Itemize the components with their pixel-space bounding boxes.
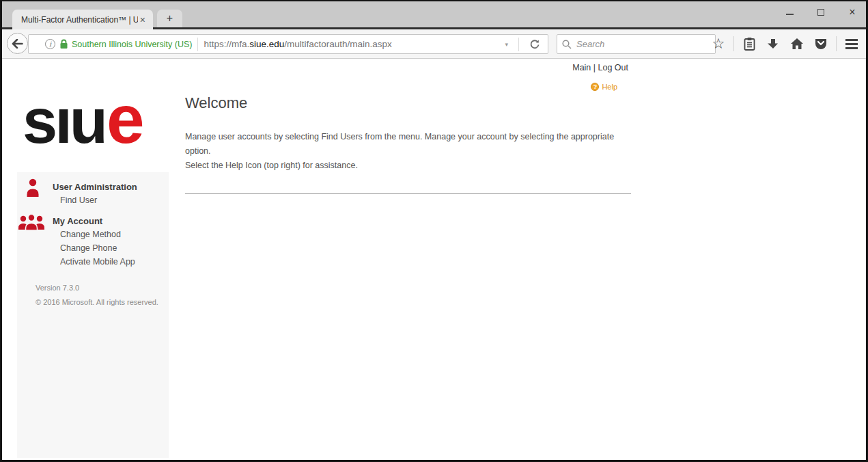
- info-icon[interactable]: i: [45, 39, 55, 49]
- url-path: /multifactorauth/main.aspx: [284, 39, 392, 49]
- logout-link[interactable]: Log Out: [598, 63, 628, 72]
- toolbar-icons: ☆: [710, 29, 863, 58]
- account-links: Main | Log Out: [572, 63, 628, 72]
- maximize-icon: [817, 9, 824, 16]
- page-content: Main | Log Out ? Help sıue Welcome Manag…: [2, 59, 866, 458]
- browser-window: Multi-Factor Authentication™ | U × + × i…: [0, 0, 868, 462]
- url-domain: siue.edu: [249, 39, 284, 49]
- back-arrow-icon: [12, 39, 23, 49]
- pocket-icon: [814, 38, 828, 50]
- download-icon: [767, 38, 779, 50]
- toolbar-separator-2: [836, 36, 837, 51]
- close-button[interactable]: ×: [848, 8, 857, 17]
- minimize-button[interactable]: [785, 8, 794, 17]
- pocket-button[interactable]: [812, 35, 830, 53]
- star-icon: ☆: [712, 37, 725, 51]
- logo-text-red: e: [107, 81, 145, 157]
- lock-icon: [59, 39, 68, 49]
- titlebar: Multi-Factor Authentication™ | U × + ×: [2, 1, 866, 29]
- new-tab-button[interactable]: +: [157, 10, 182, 27]
- sidebar-item-activate-mobile-app[interactable]: Activate Mobile App: [60, 257, 135, 267]
- search-box[interactable]: [557, 34, 716, 54]
- url-prefix: https://mfa.: [204, 39, 249, 49]
- link-separator: |: [591, 63, 598, 72]
- url-text[interactable]: https://mfa.siue.edu/multifactorauth/mai…: [204, 39, 500, 49]
- home-icon: [790, 38, 804, 50]
- url-bar[interactable]: i Southern Illinois University (US) http…: [28, 34, 548, 54]
- help-button[interactable]: ? Help: [591, 83, 617, 91]
- siue-logo: sıue: [23, 85, 145, 153]
- hamburger-icon: [845, 39, 858, 41]
- downloads-button[interactable]: [764, 35, 782, 53]
- welcome-line-2: Select the Help Icon (top right) for ass…: [185, 159, 631, 173]
- version-text: Version 7.3.0: [36, 284, 79, 292]
- urlbar-separator-2: [518, 38, 519, 51]
- urlbar-separator: [197, 38, 198, 51]
- toolbar-separator: [733, 36, 734, 51]
- help-label: Help: [602, 83, 617, 91]
- sidebar-section-my-account: My Account: [53, 216, 102, 226]
- main-link[interactable]: Main: [572, 63, 591, 72]
- sidebar-menu: User Administration Find User My Account…: [17, 172, 169, 458]
- copyright-text: © 2016 Microsoft. All rights reserved.: [36, 298, 158, 306]
- main-panel: Welcome Manage user accounts by selectin…: [185, 94, 631, 194]
- back-button[interactable]: [7, 33, 28, 54]
- tab-close-icon[interactable]: ×: [138, 15, 148, 25]
- welcome-text: Manage user accounts by selecting Find U…: [185, 130, 631, 173]
- sidebar-section-user-administration: User Administration: [53, 182, 137, 192]
- users-icon: [18, 213, 45, 234]
- bookmarks-menu-button[interactable]: [740, 35, 758, 53]
- close-icon: ×: [849, 7, 855, 18]
- menu-button[interactable]: [843, 39, 860, 49]
- search-input[interactable]: [576, 39, 711, 49]
- reload-button[interactable]: [524, 39, 545, 50]
- clipboard-icon: [743, 37, 756, 51]
- reload-icon: [529, 39, 540, 50]
- history-dropdown-icon[interactable]: ▾: [500, 41, 513, 48]
- home-button[interactable]: [788, 35, 806, 53]
- sidebar-item-change-phone[interactable]: Change Phone: [60, 243, 117, 253]
- browser-tab[interactable]: Multi-Factor Authentication™ | U ×: [12, 10, 153, 29]
- help-icon: ?: [591, 83, 599, 91]
- search-icon: [561, 39, 572, 50]
- logo-text-black: sıu: [23, 86, 105, 156]
- site-identity-label[interactable]: Southern Illinois University (US): [72, 40, 192, 49]
- sidebar-item-find-user[interactable]: Find User: [60, 195, 97, 205]
- maximize-button[interactable]: [816, 8, 826, 17]
- user-icon: [25, 178, 40, 201]
- tab-title: Multi-Factor Authentication™ | U: [21, 15, 138, 25]
- welcome-line-1: Manage user accounts by selecting Find U…: [185, 130, 631, 159]
- content-divider: [185, 193, 631, 194]
- bookmark-star-button[interactable]: ☆: [710, 35, 727, 53]
- page-title: Welcome: [185, 94, 631, 112]
- minimize-icon: [786, 14, 794, 15]
- window-controls: ×: [785, 8, 857, 17]
- nav-toolbar: i Southern Illinois University (US) http…: [2, 29, 866, 59]
- sidebar-item-change-method[interactable]: Change Method: [60, 230, 121, 239]
- plus-icon: +: [167, 12, 173, 24]
